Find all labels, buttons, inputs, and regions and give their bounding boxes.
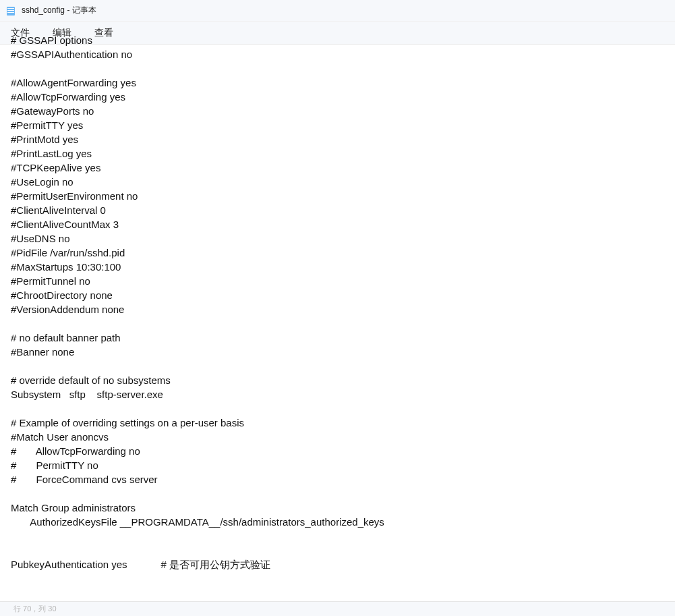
editor-line[interactable]: [11, 316, 675, 331]
editor-line[interactable]: # PermitTTY no: [11, 458, 675, 472]
editor-line[interactable]: #PrintMotd yes: [11, 132, 675, 146]
editor-line[interactable]: #UseDNS no: [11, 231, 675, 246]
editor-line[interactable]: #VersionAddendum none: [11, 302, 675, 316]
editor-line[interactable]: #PidFile /var/run/sshd.pid: [11, 246, 675, 260]
editor-line[interactable]: #MaxStartups 10:30:100: [11, 260, 675, 274]
editor-line[interactable]: # GSSAPI options: [11, 33, 675, 47]
editor-line[interactable]: Match Group administrators: [11, 501, 675, 515]
editor-line[interactable]: [11, 401, 675, 416]
editor-line[interactable]: #Banner none: [11, 345, 675, 359]
editor-line[interactable]: #Match User anoncvs: [11, 430, 675, 444]
editor-line[interactable]: [11, 359, 675, 373]
editor-line[interactable]: # no default banner path: [11, 331, 675, 345]
editor-line[interactable]: #PrintLastLog yes: [11, 146, 675, 161]
editor-line[interactable]: #ChrootDirectory none: [11, 288, 675, 302]
editor-line[interactable]: [11, 571, 675, 586]
titlebar: sshd_config - 记事本: [0, 0, 675, 22]
editor-line[interactable]: Subsystem sftp sftp-server.exe: [11, 387, 675, 401]
editor-line[interactable]: #UseLogin no: [11, 175, 675, 189]
editor-line[interactable]: [11, 486, 675, 501]
editor-line[interactable]: PubkeyAuthentication yes # 是否可用公钥方式验证: [11, 557, 675, 571]
cursor-position: 行 70，列 30: [13, 604, 57, 614]
editor-line[interactable]: #ClientAliveInterval 0: [11, 203, 675, 217]
editor-line[interactable]: AuthorizedKeysFile __PROGRAMDATA__/ssh/a…: [11, 515, 675, 529]
editor-line[interactable]: #TCPKeepAlive yes: [11, 161, 675, 175]
svg-rect-0: [7, 7, 15, 16]
editor-line[interactable]: [11, 61, 675, 76]
editor-line[interactable]: #AllowTcpForwarding yes: [11, 90, 675, 104]
editor-line[interactable]: # ForceCommand cvs server: [11, 472, 675, 486]
editor-line[interactable]: #AllowAgentForwarding yes: [11, 76, 675, 90]
svg-rect-2: [7, 10, 14, 11]
editor-line[interactable]: #PermitTunnel no: [11, 274, 675, 288]
editor-line[interactable]: #ClientAliveCountMax 3: [11, 217, 675, 231]
editor-line[interactable]: [11, 529, 675, 543]
notepad-icon: [5, 5, 16, 16]
editor-line[interactable]: #GSSAPIAuthentication no: [11, 47, 675, 61]
text-editor-area[interactable]: # GSSAPI options#GSSAPIAuthentication no…: [0, 32, 675, 601]
editor-line[interactable]: # AllowTcpForwarding no: [11, 444, 675, 458]
window-title: sshd_config - 记事本: [22, 5, 96, 16]
editor-line[interactable]: # Example of overriding settings on a pe…: [11, 416, 675, 430]
editor-line[interactable]: #PermitTTY yes: [11, 118, 675, 132]
editor-line[interactable]: #GatewayPorts no: [11, 104, 675, 118]
statusbar: 行 70，列 30: [0, 601, 675, 616]
editor-line[interactable]: # override default of no subsystems: [11, 373, 675, 387]
editor-line[interactable]: [11, 543, 675, 557]
svg-rect-3: [7, 12, 14, 13]
editor-line[interactable]: #PermitUserEnvironment no: [11, 189, 675, 203]
svg-rect-1: [7, 8, 14, 9]
